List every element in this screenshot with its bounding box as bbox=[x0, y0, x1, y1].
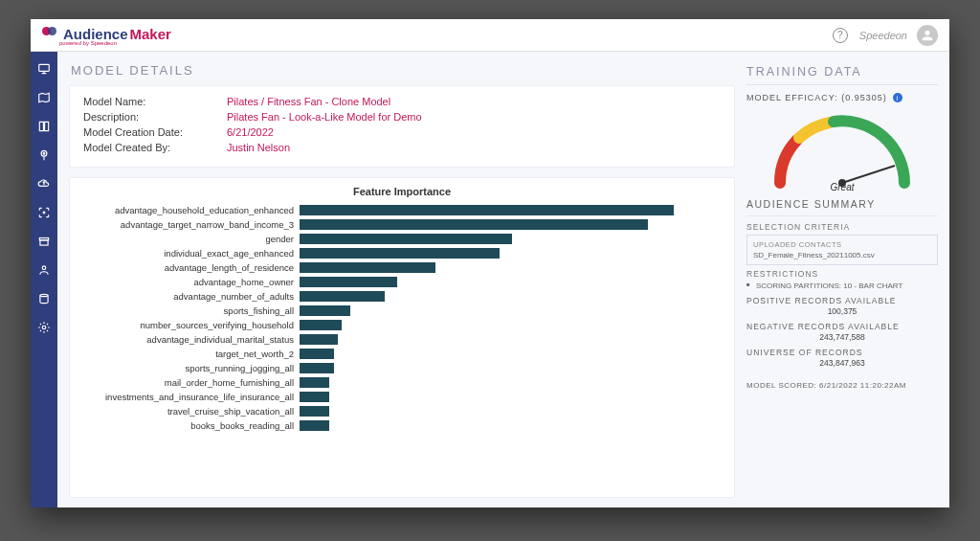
model-info-card: Model Name: Pilates / Fitness Fan - Clon… bbox=[69, 85, 735, 168]
feature-bar bbox=[300, 248, 500, 259]
feature-bar-row: sports_running_jogging_all bbox=[79, 361, 724, 375]
audience-summary-title: AUDIENCE SUMMARY bbox=[746, 198, 938, 210]
brand-word-2: Maker bbox=[130, 26, 171, 42]
feature-label: advantage_home_owner bbox=[79, 277, 300, 287]
negative-records-label: NEGATIVE RECORDS AVAILABLE bbox=[746, 322, 900, 331]
book-icon[interactable] bbox=[36, 119, 52, 134]
gauge-rating: Great bbox=[761, 182, 924, 192]
feature-bar bbox=[300, 392, 329, 402]
top-header: Audience Maker powered by Speedeon ? Spe… bbox=[31, 19, 949, 52]
settings-icon[interactable] bbox=[36, 320, 52, 335]
restriction-item: SCORING PARTITIONS: 10 - BAR CHART bbox=[746, 282, 938, 290]
help-icon[interactable]: ? bbox=[833, 28, 848, 43]
page-title: MODEL DETAILS bbox=[71, 63, 735, 78]
feature-bar bbox=[300, 320, 342, 330]
user-avatar[interactable] bbox=[917, 25, 938, 46]
feature-bar-row: advantage_number_of_adults bbox=[79, 289, 724, 304]
feature-bar bbox=[300, 334, 338, 345]
feature-bar bbox=[300, 305, 350, 316]
universe-records-label: UNIVERSE OF RECORDS bbox=[746, 348, 863, 357]
feature-bar-row: gender bbox=[79, 232, 724, 246]
user-icon[interactable] bbox=[36, 262, 52, 278]
feature-bar-row: advantage_target_narrow_band_income_3 bbox=[79, 217, 724, 232]
svg-point-7 bbox=[40, 294, 48, 296]
feature-label: investments_and_insurance_life_insurance… bbox=[79, 392, 300, 402]
info-icon[interactable]: i bbox=[893, 93, 902, 102]
model-desc-value: Pilates Fan - Look-a-Like Model for Demo bbox=[227, 111, 422, 123]
model-efficacy-label: MODEL EFFICACY: (0.95305) bbox=[746, 93, 887, 102]
feature-bar bbox=[300, 363, 334, 373]
feature-label: advantage_number_of_adults bbox=[79, 291, 300, 302]
database-icon[interactable] bbox=[36, 291, 52, 306]
feature-label: individual_exact_age_enhanced bbox=[79, 248, 300, 259]
feature-bar-row: books_books_reading_all bbox=[79, 418, 724, 433]
model-date-label: Model Creation Date: bbox=[83, 126, 227, 138]
pin-icon[interactable] bbox=[36, 147, 52, 163]
feature-bar-row: number_sources_verifying_household bbox=[79, 318, 724, 332]
uploaded-contacts-file: SD_Female_Fitness_20211005.csv bbox=[753, 251, 931, 259]
model-desc-label: Description: bbox=[83, 111, 227, 123]
feature-label: advantage_target_narrow_band_income_3 bbox=[79, 219, 300, 230]
svg-point-2 bbox=[43, 152, 45, 154]
scan-icon[interactable] bbox=[36, 205, 52, 220]
feature-label: gender bbox=[79, 234, 300, 244]
training-title: TRAINING DATA bbox=[746, 65, 938, 85]
model-name-value: Pilates / Fitness Fan - Clone Model bbox=[227, 96, 390, 107]
left-nav bbox=[31, 52, 57, 507]
feature-label: sports_running_jogging_all bbox=[79, 363, 300, 373]
feature-bar bbox=[300, 406, 329, 417]
feature-bar-row: travel_cruise_ship_vacation_all bbox=[79, 404, 724, 418]
brand-logo: Audience Maker powered by Speedeon bbox=[42, 24, 171, 46]
universe-records-value: 243,847,963 bbox=[746, 358, 938, 368]
app-window: Audience Maker powered by Speedeon ? Spe… bbox=[31, 19, 949, 507]
feature-label: number_sources_verifying_household bbox=[79, 320, 300, 330]
model-by-label: Model Created By: bbox=[83, 142, 227, 153]
model-name-label: Model Name: bbox=[83, 96, 227, 107]
uploaded-contacts-label: UPLOADED CONTACTS bbox=[753, 240, 931, 249]
cloud-upload-icon[interactable] bbox=[36, 176, 52, 192]
feature-bar-row: individual_exact_age_enhanced bbox=[79, 246, 724, 260]
feature-bar bbox=[300, 219, 648, 230]
restrictions-title: RESTRICTIONS bbox=[746, 269, 938, 279]
svg-point-6 bbox=[42, 266, 46, 270]
training-panel: TRAINING DATA MODEL EFFICACY: (0.95305) … bbox=[746, 61, 938, 507]
selection-criteria-title: SELECTION CRITERIA bbox=[746, 222, 938, 232]
model-date-value: 6/21/2022 bbox=[227, 126, 274, 138]
feature-bar-row: investments_and_insurance_life_insurance… bbox=[79, 390, 724, 404]
feature-label: mail_order_home_furnishing_all bbox=[79, 377, 300, 388]
chart-title: Feature Importance bbox=[79, 186, 724, 197]
model-by-value: Justin Nelson bbox=[227, 142, 290, 153]
svg-rect-5 bbox=[40, 240, 48, 245]
positive-records-value: 100,375 bbox=[746, 306, 938, 316]
feature-bar-row: sports_fishing_all bbox=[79, 304, 724, 318]
feature-label: sports_fishing_all bbox=[79, 305, 300, 316]
feature-label: advantage_length_of_residence bbox=[79, 262, 300, 273]
model-scored-label: MODEL SCORED: 6/21/2022 11:20:22AM bbox=[746, 381, 938, 390]
map-icon[interactable] bbox=[36, 90, 52, 105]
negative-records-value: 243,747,588 bbox=[746, 332, 938, 342]
current-user-label: Speedeon bbox=[859, 30, 907, 41]
feature-bar bbox=[300, 262, 435, 273]
logo-icon bbox=[42, 24, 57, 39]
archive-icon[interactable] bbox=[36, 234, 52, 249]
uploaded-contacts-box: UPLOADED CONTACTS SD_Female_Fitness_2021… bbox=[746, 235, 938, 265]
feature-bar-row: advantage_household_education_enhanced bbox=[79, 203, 724, 217]
feature-label: travel_cruise_ship_vacation_all bbox=[79, 406, 300, 417]
feature-bar-row: target_net_worth_2 bbox=[79, 347, 724, 361]
monitor-icon[interactable] bbox=[36, 61, 52, 77]
feature-bar bbox=[300, 349, 334, 359]
feature-bar bbox=[300, 291, 385, 302]
feature-label: target_net_worth_2 bbox=[79, 349, 300, 359]
feature-bar-row: advantage_length_of_residence bbox=[79, 260, 724, 275]
svg-point-8 bbox=[42, 326, 46, 329]
feature-bar bbox=[300, 377, 329, 388]
svg-point-3 bbox=[43, 212, 45, 214]
feature-bar-row: mail_order_home_furnishing_all bbox=[79, 375, 724, 390]
feature-label: advantage_individual_marital_status bbox=[79, 334, 300, 345]
svg-rect-0 bbox=[39, 64, 50, 71]
feature-label: advantage_household_education_enhanced bbox=[79, 205, 300, 215]
efficacy-gauge: Great bbox=[761, 106, 924, 192]
feature-label: books_books_reading_all bbox=[79, 420, 300, 431]
feature-bar bbox=[300, 205, 674, 215]
feature-bar bbox=[300, 277, 397, 287]
